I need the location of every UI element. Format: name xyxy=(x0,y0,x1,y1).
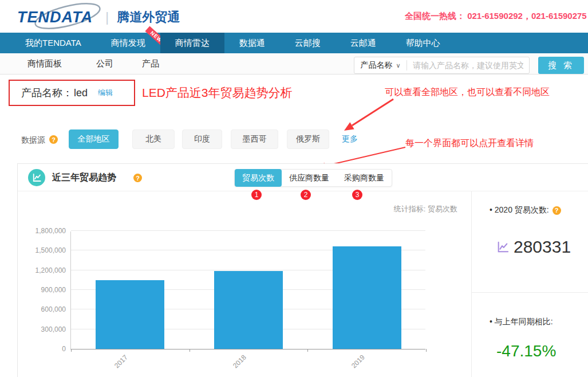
line-chart-icon xyxy=(28,169,45,186)
subnav-item-product[interactable]: 产品 xyxy=(142,53,159,74)
search-category-label: 产品名称 xyxy=(360,60,392,70)
y-axis-label: 1,800,000 xyxy=(35,227,66,235)
bar-2019[interactable] xyxy=(333,246,401,349)
edit-link[interactable]: 编辑 xyxy=(98,88,113,98)
y-axis-label: 1,500,000 xyxy=(35,246,66,254)
y-axis-label: 900,000 xyxy=(41,286,66,294)
datasource-label: 数据源 xyxy=(21,135,45,146)
tab-trade-count[interactable]: 贸易次数 xyxy=(235,169,282,187)
nav-item-mail-search[interactable]: 云邮搜 xyxy=(280,33,336,53)
metric-tab-group: 贸易次数 供应商数量 采购商数量 xyxy=(234,169,392,187)
trend-card-title: 近三年贸易趋势 xyxy=(52,164,116,191)
nav-item-discovery[interactable]: 商情发现 NEW xyxy=(96,33,160,53)
trend-card-header: 近三年贸易趋势 ? 贸易次数 供应商数量 采购商数量 xyxy=(18,164,588,191)
logo-divider: | xyxy=(105,9,109,25)
nav-item-radar[interactable]: 商情雷达 xyxy=(160,33,224,53)
x-axis-label: 2017 xyxy=(113,354,129,370)
bar-chart-plot xyxy=(70,231,425,349)
y-axis-label: 0 xyxy=(62,345,66,353)
subnav-item-company[interactable]: 公司 xyxy=(96,53,113,74)
nav-item-mail[interactable]: 云邮通 xyxy=(336,33,391,53)
logo[interactable]: TENDATA | 腾道外贸通 xyxy=(17,6,180,29)
step-badge-3: 3 xyxy=(352,190,362,200)
x-axis-label: 2019 xyxy=(350,354,366,370)
brand-name: 腾道外贸通 xyxy=(117,9,180,26)
stat-yoy-cell: • 与上年同期相比: -47.15% xyxy=(472,293,588,360)
annotation-regions-note: 可以查看全部地区，也可以查看不同地区 xyxy=(385,87,550,99)
mini-chart-icon xyxy=(496,241,509,253)
region-button-russia[interactable]: 俄罗斯 xyxy=(287,129,329,149)
search-input[interactable] xyxy=(407,58,529,73)
stat-2020-help-icon[interactable]: ? xyxy=(553,206,561,215)
stat-2020-label: • 2020 贸易次数: xyxy=(490,205,549,215)
subnav-item-panel[interactable]: 商情面板 xyxy=(27,53,62,74)
product-name-value: led xyxy=(74,87,88,99)
bar-2018[interactable] xyxy=(214,271,283,349)
x-axis-labels: 201720182019 xyxy=(70,349,425,375)
main-navbar: 我的TENDATA 商情发现 NEW 商情雷达 数据通 云邮搜 云邮通 帮助中心 xyxy=(0,33,588,53)
stat-indicator-label: 统计指标: 贸易次数 xyxy=(366,204,457,214)
region-button-all[interactable]: 全部地区 xyxy=(69,129,119,149)
trend-card: 近三年贸易趋势 ? 贸易次数 供应商数量 采购商数量 1 2 3 统计指标: 贸… xyxy=(17,163,588,377)
hotline-text: 全国统一热线： 021-61590292，021-61590275 xyxy=(405,11,587,22)
annotation-heading: LED产品近3年贸易趋势分析 xyxy=(142,85,293,101)
logo-text: TENDATA xyxy=(17,9,93,26)
y-axis-label: 600,000 xyxy=(41,305,66,313)
tab-buyer-count[interactable]: 采购商数量 xyxy=(337,169,392,187)
datasource-help-icon[interactable]: ? xyxy=(49,135,58,144)
stats-panel: • 2020 贸易次数: ? 280331 • 与上年同期相比: -47.15% xyxy=(471,191,588,377)
region-button-india[interactable]: 印度 xyxy=(182,129,222,149)
trend-card-help-icon[interactable]: ? xyxy=(133,174,142,182)
top-header: TENDATA | 腾道外贸通 全国统一热线： 021-61590292，021… xyxy=(0,0,588,33)
product-name-box: 产品名称： led 编辑 xyxy=(9,80,135,106)
bar-2017[interactable] xyxy=(96,280,164,349)
stat-2020-value: 280331 xyxy=(514,237,571,257)
nav-item-help[interactable]: 帮助中心 xyxy=(391,33,455,53)
nav-item-my-tendata[interactable]: 我的TENDATA xyxy=(10,33,96,53)
nav-item-data[interactable]: 数据通 xyxy=(224,33,280,53)
chevron-down-icon: ∨ xyxy=(396,62,400,69)
search-category-select[interactable]: 产品名称 ∨ xyxy=(354,60,407,70)
tab-supplier-count[interactable]: 供应商数量 xyxy=(282,169,337,187)
search-box: 产品名称 ∨ xyxy=(354,57,530,74)
more-regions-link[interactable]: 更多 xyxy=(342,134,358,144)
datasource-row: 数据源 ? 全部地区 北美 印度 墨西哥 俄罗斯 更多 xyxy=(0,129,588,151)
x-axis-label: 2018 xyxy=(231,354,248,370)
gridline xyxy=(71,230,425,231)
search-button[interactable]: 搜 索 xyxy=(538,57,584,74)
page: TENDATA | 腾道外贸通 全国统一热线： 021-61590292，021… xyxy=(0,0,588,377)
y-axis-label: 300,000 xyxy=(41,325,66,333)
step-badge-2: 2 xyxy=(301,190,311,200)
nav-item-discovery-label: 商情发现 xyxy=(111,38,145,48)
region-button-north-america[interactable]: 北美 xyxy=(132,129,175,149)
y-axis-labels: 0300,000600,000900,0001,200,0001,500,000… xyxy=(18,231,66,355)
stat-yoy-label: • 与上年同期相比: xyxy=(490,317,553,327)
stat-2020-cell: • 2020 贸易次数: ? 280331 xyxy=(472,191,588,293)
y-axis-label: 1,200,000 xyxy=(35,266,66,274)
x-axis-tick xyxy=(426,349,427,352)
product-name-label: 产品名称： xyxy=(21,86,73,100)
stat-yoy-value: -47.15% xyxy=(496,342,588,360)
step-badge-1: 1 xyxy=(251,190,262,200)
region-button-mexico[interactable]: 墨西哥 xyxy=(231,129,278,149)
